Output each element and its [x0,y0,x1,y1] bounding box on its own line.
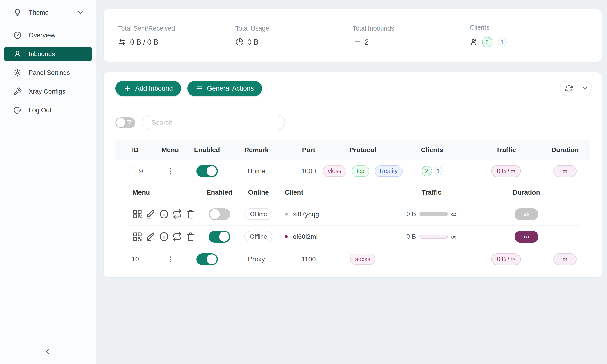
stat-label: Total Inbounds [353,25,470,32]
stat-label: Total Usage [236,25,353,32]
client-traffic-cell: 0 B ∞ [390,210,473,219]
sidebar-item-label: Overview [29,32,55,39]
table-row-inbound-10: 10 Proxy 1100 socks [116,248,590,270]
clients-online-badge: 2 [482,37,492,47]
sidebar-item-label: Theme [29,9,49,16]
reset-traffic-icon[interactable] [172,232,182,242]
subcol-header-duration: Duration [473,189,580,196]
edit-icon[interactable] [146,209,156,219]
inbounds-toolbar: Add Inbound General Actions [104,72,602,96]
inbounds-table: ID Menu Enabled Remark Port Protocol Cli… [116,140,590,270]
refresh-button[interactable] [560,81,578,95]
wrench-icon [13,87,22,96]
client-name-cell: xi07ycqg [276,210,390,218]
sidebar-item-label: Inbounds [29,51,55,58]
general-actions-label: General Actions [207,85,254,92]
col-header-protocol: Protocol [333,146,392,154]
clients-online-badge: 2 [422,166,432,176]
inbound-remark: Home [229,167,284,175]
client-row-xi07ycqg: Offline xi07ycqg 0 B ∞ ∞ [129,203,579,226]
stat-value: 0 B / 0 B [130,38,158,46]
sidebar-item-overview[interactable]: Overview [3,28,92,43]
transport-tag: tcp [352,165,369,177]
stat-total-usage: Total Usage 0 B [236,25,353,46]
client-menu-icons [129,232,198,242]
client-status-dot [285,235,288,238]
sidebar-item-theme[interactable]: Theme [3,5,92,20]
row-menu-button[interactable] [155,167,185,175]
inbound-traffic-pill: 0 B / ∞ [491,253,521,265]
filter-toggle[interactable] [116,117,135,128]
clients-deactive-badge: 1 [434,167,443,175]
inbound-duration-pill: ∞ [554,165,577,177]
logout-icon [13,106,22,115]
plus-icon [124,85,131,92]
subcol-header-traffic: Traffic [390,189,473,196]
sidebar-item-panel-settings[interactable]: Panel Settings [3,65,92,80]
add-inbound-button[interactable]: Add Inbound [116,81,181,96]
main-content: Total Sent/Received 0 B / 0 B Total Usag… [104,10,602,277]
stat-clients: Clients 2 1 [470,24,587,47]
clients-subtable: Menu Enabled Online Client Traffic Durat… [129,182,579,248]
dots-vertical-icon [166,255,174,263]
collapse-row-button[interactable] [128,167,136,175]
client-enabled-toggle[interactable] [209,208,230,220]
qr-code-icon[interactable] [132,209,142,219]
client-name: ol60i2mi [293,233,317,241]
stat-label: Clients [470,24,587,31]
client-duration-button[interactable]: ∞ [515,208,538,221]
inbound-enabled-toggle[interactable] [196,253,218,265]
subcol-header-client: Client [276,189,390,196]
list-icon [353,38,361,46]
sidebar-item-xray-configs[interactable]: Xray Configs [3,84,92,99]
inbound-protocols: socks [333,254,392,265]
client-enabled-toggle[interactable] [209,231,230,243]
reset-traffic-icon[interactable] [172,209,182,219]
col-header-remark: Remark [229,146,284,154]
inbound-id: 10 [132,256,139,263]
inbound-id: 9 [139,167,143,175]
row-menu-button[interactable] [155,255,185,263]
inbound-clients: 2 1 [392,166,472,176]
subcol-header-enabled: Enabled [198,189,241,196]
col-header-enabled: Enabled [185,146,229,154]
search-input[interactable] [143,115,285,130]
gear-icon [13,68,22,77]
transfer-arrows-icon [118,38,127,46]
dots-vertical-icon [166,167,174,175]
col-header-port: Port [284,146,333,154]
info-icon[interactable] [159,232,169,242]
subcol-header-menu: Menu [129,189,198,196]
sidebar-item-logout[interactable]: Log Out [3,103,92,117]
stat-value: 0 B [248,38,259,46]
qr-code-icon[interactable] [132,232,142,242]
client-menu-icons [129,209,198,219]
protocol-tag: vless [323,165,346,177]
delete-icon[interactable] [186,209,195,219]
chevron-down-icon [581,85,589,92]
inbounds-page: Theme Overview Inbo [0,0,607,364]
traffic-progress-bar [420,234,448,239]
general-actions-button[interactable]: General Actions [187,81,262,96]
col-header-clients: Clients [392,146,472,154]
col-header-id: ID [116,146,155,154]
traffic-used: 0 B [406,210,416,218]
info-icon[interactable] [159,209,169,219]
inbound-traffic-pill: 0 B / ∞ [491,165,521,177]
client-duration-button[interactable]: ∞ [515,231,538,243]
sidebar-collapse-button[interactable] [41,345,54,358]
auto-refresh-dropdown[interactable] [578,81,592,95]
lightbulb-icon [13,8,22,17]
inbound-enabled-toggle[interactable] [196,165,218,177]
toggle-knob [116,118,125,127]
refresh-icon [565,85,573,92]
edit-icon[interactable] [146,232,156,242]
person-icon [13,50,22,58]
client-row-ol60i2mi: Offline ol60i2mi 0 B ∞ ∞ [129,226,579,248]
add-inbound-label: Add Inbound [135,85,173,92]
delete-icon[interactable] [186,232,195,242]
sidebar-item-inbounds[interactable]: Inbounds [3,47,92,61]
inbound-duration-pill: ∞ [554,253,577,265]
traffic-limit: ∞ [451,210,457,219]
inbound-protocols: vless tcp Reality [333,165,392,177]
